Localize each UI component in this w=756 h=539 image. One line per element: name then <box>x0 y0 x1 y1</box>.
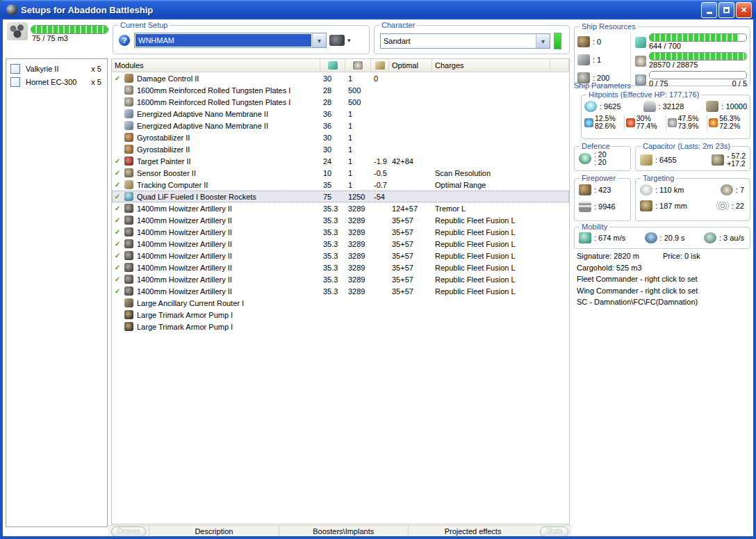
close-button[interactable]: ✕ <box>736 2 752 18</box>
drone-list[interactable]: Valkyrie II x 5 Hornet EC-300 x 5 <box>6 58 108 527</box>
module-name: Damage Control II <box>137 74 320 83</box>
module-row[interactable]: ✓1400mm Howitzer Artillery II35.3328935+… <box>112 273 569 285</box>
ship-icon <box>329 35 345 46</box>
module-cap: -0.5 <box>371 169 389 177</box>
module-pg: 1 <box>345 74 371 83</box>
explosive-armor-resist: 72.2% <box>719 122 740 130</box>
align-time: : 20.9 s <box>660 234 685 242</box>
drone-bay-icon <box>7 22 28 40</box>
powergrid-usage-text: 28570 / 28875 <box>649 61 698 70</box>
character-combobox[interactable]: Sandart ▾ <box>380 33 550 49</box>
max-targets-icon <box>721 184 733 195</box>
module-cpu: 24 <box>320 157 345 166</box>
help-icon[interactable]: ? <box>119 35 130 46</box>
modules-table-header: Modules Optimal Charges <box>112 59 569 72</box>
module-charges: Republic Fleet Fusion L <box>432 275 550 284</box>
module-row[interactable]: Gyrostabilizer II301 <box>112 131 569 143</box>
module-row[interactable]: ✓1400mm Howitzer Artillery II35.3328935+… <box>112 214 569 226</box>
minimize-button[interactable] <box>701 2 717 18</box>
thermal-armor-resist: 77.4% <box>636 122 657 130</box>
module-name: Energized Adaptive Nano Membrane II <box>137 122 320 130</box>
tab-boosters-implants[interactable]: Boosters\Implants <box>279 526 408 536</box>
list-item[interactable]: Hornet EC-300 x 5 <box>6 75 107 88</box>
charges-column-header[interactable]: Charges <box>432 59 550 72</box>
module-charges: Republic Fleet Fusion L <box>432 287 550 296</box>
chevron-down-icon[interactable]: ▾ <box>312 33 326 47</box>
module-name: Quad LiF Fueled I Booster Rockets <box>137 193 320 201</box>
cpu-bar <box>649 33 747 42</box>
capacitor-column-header[interactable] <box>371 59 389 72</box>
module-row[interactable]: ✓Target Painter II241-1.942+84 <box>112 155 569 167</box>
module-row[interactable]: ✓Sensor Booster II101-0.5Scan Resolution <box>112 167 569 179</box>
module-pg: 1 <box>345 169 371 177</box>
modules-column-header[interactable]: Modules <box>112 59 320 72</box>
drone-checkbox[interactable] <box>10 64 20 74</box>
warp-speed: : 3 au/s <box>719 234 744 242</box>
module-row[interactable]: ✓1400mm Howitzer Artillery II35.3328935+… <box>112 226 569 238</box>
price-text: Price: 0 isk <box>663 252 700 260</box>
module-row[interactable]: ✓1400mm Howitzer Artillery II35.3328935+… <box>112 262 569 273</box>
module-row[interactable]: Gyrostabilizer II301 <box>112 143 569 155</box>
tab-description[interactable]: Description <box>149 526 278 536</box>
module-row-selected[interactable]: ✓Quad LiF Fueled I Booster Rockets751250… <box>112 191 569 202</box>
module-active-check-icon: ✓ <box>112 74 123 82</box>
fleet-commander-text[interactable]: Fleet Commander - right click to set <box>577 273 700 285</box>
maximize-button[interactable] <box>718 2 734 18</box>
character-status-indicator <box>554 33 561 49</box>
defence-value-2: : 20 <box>594 158 607 166</box>
module-charges: Optimal Range <box>432 181 550 189</box>
module-row[interactable]: ✓1400mm Howitzer Artillery II35.3328935+… <box>112 238 569 250</box>
module-optimal: 35+57 <box>389 264 432 272</box>
module-name: 1400mm Howitzer Artillery II <box>137 252 320 260</box>
module-optimal: 42+84 <box>389 157 432 166</box>
ship-menu-button[interactable]: ▾ <box>327 34 354 47</box>
powergrid-column-header[interactable] <box>345 59 371 72</box>
targeting-range-icon <box>640 184 652 195</box>
module-row[interactable]: ✓1400mm Howitzer Artillery II35.3328935+… <box>112 250 569 262</box>
module-row[interactable]: 1600mm Reinforced Rolled Tungsten Plates… <box>112 84 569 96</box>
module-row[interactable]: Energized Adaptive Nano Membrane II361 <box>112 120 569 131</box>
setup-combobox[interactable]: WNHMAM ▾ <box>134 33 327 48</box>
wing-commander-text[interactable]: Wing Commander - right click to set <box>577 285 700 297</box>
powergrid-bar-fill <box>650 53 746 60</box>
drone-checkbox[interactable] <box>10 77 20 87</box>
caret-down-icon: ▾ <box>347 37 351 44</box>
module-icon <box>124 239 133 248</box>
module-pg: 1 <box>345 122 371 130</box>
module-row[interactable]: Energized Adaptive Nano Membrane II361 <box>112 108 569 120</box>
title-bar[interactable]: Setups for Abaddon Battleship ✕ <box>0 0 756 19</box>
cpu-column-header[interactable] <box>320 59 345 72</box>
list-item[interactable]: Valkyrie II x 5 <box>6 62 107 75</box>
module-icon <box>124 168 133 177</box>
module-row[interactable]: ✓Tracking Computer II351-0.7Optimal Rang… <box>112 179 569 191</box>
module-optimal: 35+57 <box>389 228 432 236</box>
module-row[interactable]: ✓1400mm Howitzer Artillery II35.3328935+… <box>112 285 569 297</box>
module-row[interactable]: ✓Damage Control II3010 <box>112 72 569 84</box>
drone-qty: x 5 <box>91 65 101 73</box>
optimal-column-header[interactable]: Optimal <box>389 59 432 72</box>
module-icon <box>124 121 133 130</box>
chevron-down-icon[interactable]: ▾ <box>536 34 550 48</box>
tab-projected-effects[interactable]: Projected effects <box>408 526 537 536</box>
drones-button[interactable]: Drones <box>111 526 146 537</box>
defence-label: Defence <box>580 142 612 150</box>
module-cpu: 35.3 <box>320 252 345 260</box>
dronebay-icon <box>635 74 646 86</box>
module-pg: 1 <box>345 181 371 189</box>
module-name: Gyrostabilizer II <box>137 134 320 142</box>
module-pg: 3289 <box>345 275 371 284</box>
scan-resolution-icon <box>640 200 652 211</box>
modules-table[interactable]: Modules Optimal Charges ✓Damage Control … <box>111 58 570 524</box>
targeting-range: : 110 km <box>655 186 684 194</box>
firepower-label: Firepower <box>580 174 618 182</box>
module-row[interactable]: Large Trimark Armor Pump I <box>112 321 569 332</box>
stats-button[interactable]: Stats <box>540 526 568 537</box>
module-row[interactable]: 1600mm Reinforced Rolled Tungsten Plates… <box>112 96 569 108</box>
ship-info-text: Signature: 2820 mPrice: 0 isk Cargohold:… <box>577 250 700 308</box>
squad-commander-text: SC - Damnation\FC\FC(Damnation) <box>577 296 700 308</box>
module-active-check-icon: ✓ <box>112 240 123 248</box>
module-row[interactable]: ✓1400mm Howitzer Artillery II35.33289124… <box>112 202 569 214</box>
module-row[interactable]: Large Ancillary Current Router I <box>112 297 569 309</box>
module-row[interactable]: Large Trimark Armor Pump I <box>112 309 569 321</box>
module-icon <box>124 97 133 106</box>
